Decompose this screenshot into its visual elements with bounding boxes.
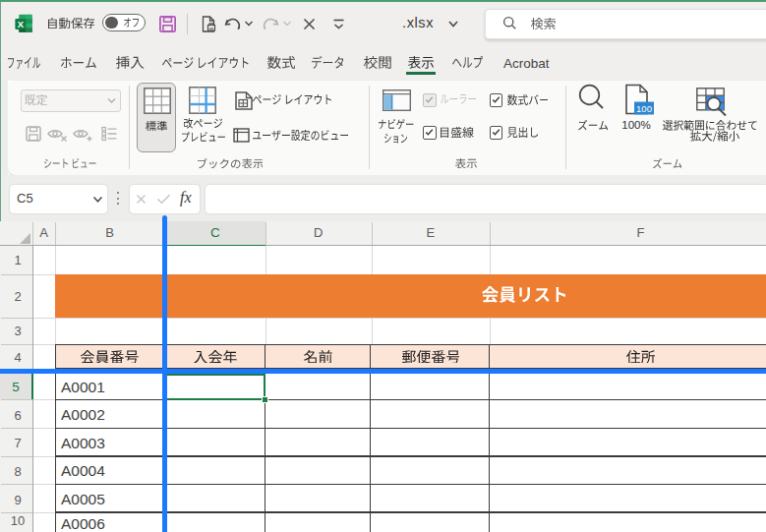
svg-text:X: X (18, 19, 25, 30)
svg-text:100: 100 (636, 103, 652, 114)
